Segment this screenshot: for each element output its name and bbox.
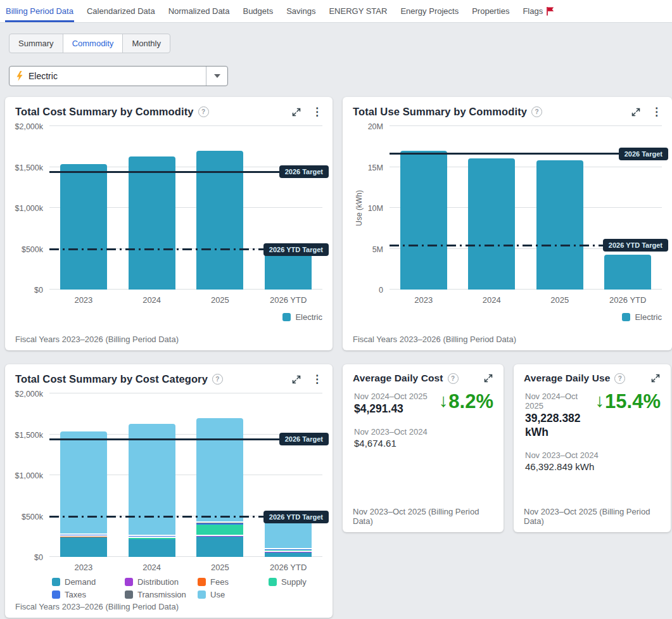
target-line-2026-target: 2026 Target bbox=[49, 438, 322, 440]
help-icon[interactable]: ? bbox=[198, 106, 209, 117]
nav-tab-billing-period-data[interactable]: Billing Period Data bbox=[5, 0, 74, 22]
down-arrow-icon: ↓ bbox=[595, 392, 605, 410]
x-tick-label-2024: 2024 bbox=[458, 295, 526, 305]
bar-2023[interactable] bbox=[400, 151, 447, 290]
nav-tab-flags[interactable]: Flags bbox=[522, 0, 555, 22]
target-badge-2026-ytd-target: 2026 YTD Target bbox=[263, 243, 329, 256]
segment-use bbox=[129, 424, 175, 536]
target-badge-2026-target: 2026 Target bbox=[619, 148, 668, 160]
expand-icon[interactable] bbox=[650, 373, 661, 383]
commodity-select-value: Electric bbox=[29, 71, 58, 81]
commodity-select[interactable]: Electric bbox=[9, 66, 228, 86]
legend-item-transmission[interactable]: Transmission bbox=[125, 590, 198, 599]
x-tick-label-2025: 2025 bbox=[186, 295, 255, 305]
card-total-use-by-commodity: Total Use Summary by Commodity ? ⋮ Use (… bbox=[343, 97, 672, 350]
commodity-select-dropdown-button[interactable] bbox=[206, 67, 227, 86]
legend-item-fees[interactable]: Fees bbox=[198, 577, 269, 587]
view-tab-monthly[interactable]: Monthly bbox=[122, 34, 170, 53]
target-badge-2026-target: 2026 Target bbox=[279, 433, 329, 445]
bar-2024[interactable] bbox=[468, 158, 515, 290]
nav-tab-properties[interactable]: Properties bbox=[471, 0, 510, 22]
nav-tab-energy-projects[interactable]: Energy Projects bbox=[400, 0, 459, 22]
kebab-menu-icon[interactable]: ⋮ bbox=[312, 106, 322, 117]
nav-tab-calendarized-data[interactable]: Calendarized Data bbox=[86, 0, 156, 22]
x-tick-label-2023: 2023 bbox=[49, 295, 118, 305]
legend-item-distribution[interactable]: Distribution bbox=[125, 577, 198, 587]
nav-tab-label: ENERGY STAR bbox=[329, 6, 387, 16]
segment-electric bbox=[468, 158, 515, 290]
total-cost-chart: $2,000k$1,500k$1,000k$500k$02026 Target2… bbox=[15, 126, 322, 305]
legend-label: Taxes bbox=[65, 590, 86, 599]
y-tick-label: 0 bbox=[379, 286, 383, 295]
y-tick-label: $1,500k bbox=[15, 431, 43, 440]
card-average-daily-cost: Average Daily Cost ? Nov 2024–Oct 2025 $… bbox=[343, 364, 504, 532]
legend-item-supply[interactable]: Supply bbox=[269, 577, 322, 587]
chart-plot-area: 2026 Target2026 YTD Target bbox=[390, 126, 662, 290]
gridline bbox=[49, 125, 322, 126]
flag-icon bbox=[546, 6, 554, 16]
help-icon[interactable]: ? bbox=[212, 374, 223, 385]
nav-tab-savings[interactable]: Savings bbox=[286, 0, 316, 22]
y-tick-label: $500k bbox=[22, 245, 43, 254]
bar-2026-ytd[interactable] bbox=[265, 519, 312, 557]
kebab-menu-icon[interactable]: ⋮ bbox=[312, 374, 322, 385]
legend-item-electric[interactable]: Electric bbox=[282, 312, 322, 322]
y-tick-label: 15M bbox=[368, 163, 383, 172]
help-icon[interactable]: ? bbox=[448, 373, 459, 384]
nav-tab-normalized-data[interactable]: Normalized Data bbox=[168, 0, 231, 22]
card-average-daily-use: Average Daily Use ? Nov 2024–Oct 2025 39… bbox=[514, 364, 671, 532]
y-tick-label: $500k bbox=[22, 513, 43, 521]
expand-icon[interactable] bbox=[631, 107, 641, 117]
bar-2023[interactable] bbox=[60, 431, 107, 557]
y-axis-title: Use (kWh) bbox=[353, 126, 365, 290]
y-tick-label: 20M bbox=[368, 122, 383, 131]
expand-icon[interactable] bbox=[291, 107, 301, 117]
expand-icon[interactable] bbox=[483, 373, 493, 383]
y-tick-label: $1,500k bbox=[15, 163, 43, 172]
y-tick-label: $2,000k bbox=[15, 390, 43, 399]
down-arrow-icon: ↓ bbox=[439, 392, 448, 410]
help-icon[interactable]: ? bbox=[531, 106, 542, 117]
percent-change-value: 8.2% bbox=[448, 392, 493, 411]
card-title: Total Use Summary by Commodity bbox=[353, 106, 527, 118]
segment-electric bbox=[265, 252, 312, 290]
view-tab-commodity[interactable]: Commodity bbox=[63, 34, 123, 53]
bar-2026-ytd[interactable] bbox=[265, 252, 312, 290]
bar-2024[interactable] bbox=[129, 424, 175, 557]
legend-label: Use bbox=[210, 590, 225, 599]
x-tick-label-2023: 2023 bbox=[49, 563, 118, 572]
current-period-value: $4,291.43 bbox=[354, 402, 428, 416]
nav-tab-label: Energy Projects bbox=[400, 6, 459, 16]
chart-legend: DemandDistributionFeesSupplyTaxesTransmi… bbox=[52, 577, 322, 599]
bar-2025[interactable] bbox=[536, 160, 583, 290]
x-tick-label-2026-ytd: 2026 YTD bbox=[254, 295, 322, 305]
chart-plot-area: 2026 Target2026 YTD Target bbox=[49, 126, 322, 290]
segment-use bbox=[196, 418, 243, 523]
legend-swatch-electric bbox=[282, 313, 291, 321]
bar-2026-ytd[interactable] bbox=[604, 255, 651, 290]
y-axis: 20M15M10M5M0 bbox=[365, 126, 390, 290]
y-axis: $2,000k$1,500k$1,000k$500k$0 bbox=[15, 126, 49, 290]
help-icon[interactable]: ? bbox=[614, 373, 625, 384]
segment-use bbox=[60, 431, 107, 535]
nav-tab-energy-star[interactable]: ENERGY STAR bbox=[328, 0, 388, 22]
nav-tab-budgets[interactable]: Budgets bbox=[242, 0, 274, 22]
legend-item-electric[interactable]: Electric bbox=[622, 312, 662, 322]
legend-swatch-supply bbox=[269, 578, 277, 586]
segment-electric bbox=[129, 156, 175, 290]
lightning-bolt-icon bbox=[16, 71, 23, 81]
legend-item-use[interactable]: Use bbox=[198, 590, 269, 599]
kebab-menu-icon[interactable]: ⋮ bbox=[651, 106, 662, 117]
bar-2024[interactable] bbox=[129, 156, 175, 290]
bar-2023[interactable] bbox=[60, 164, 107, 290]
view-tab-summary[interactable]: Summary bbox=[10, 34, 63, 53]
percent-change-value: 15.4% bbox=[605, 392, 661, 411]
segment-electric bbox=[400, 151, 447, 290]
legend-item-taxes[interactable]: Taxes bbox=[52, 590, 125, 599]
legend-swatch-distribution bbox=[125, 578, 133, 586]
previous-period-value: 46,392.849 kWh bbox=[525, 461, 661, 473]
segment-electric bbox=[604, 255, 651, 290]
legend-item-demand[interactable]: Demand bbox=[52, 577, 125, 587]
card-total-cost-by-cost-category: Total Cost Summary by Cost Category ? ⋮ … bbox=[5, 364, 333, 618]
expand-icon[interactable] bbox=[291, 374, 301, 385]
